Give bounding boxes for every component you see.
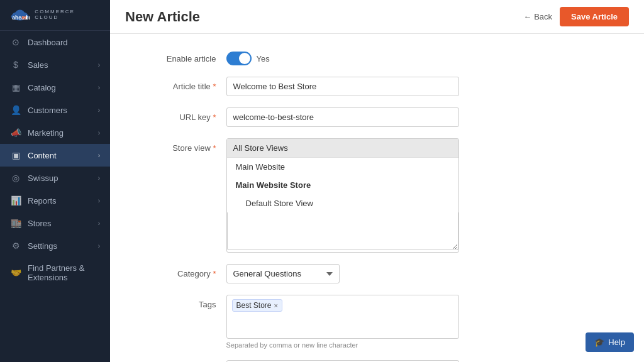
help-label: Help [608,337,625,347]
sidebar-arrow-stores: › [98,220,100,227]
sidebar-icon-catalog: ▦ [10,82,21,92]
form-area: Enable article Yes Article title URL key [110,34,644,362]
form-inner: Enable article Yes Article title URL key [119,34,635,362]
tags-control: Best Store × Separated by comma or new l… [226,295,610,349]
help-icon: 🎓 [594,337,604,347]
sidebar-arrow-catalog: › [98,84,100,91]
sidebar-icon-sales: $ [10,60,21,70]
sidebar-icon-content: ▣ [10,150,21,160]
sidebar-item-stores[interactable]: 🏬Stores› [0,212,110,234]
tag-best-store: Best Store × [232,299,282,312]
sidebar-item-marketing[interactable]: 📣Marketing› [0,121,110,144]
sidebar-item-content[interactable]: ▣Content› [0,144,110,167]
sidebar-label-marketing: Marketing [28,128,98,138]
main-content: New Article ← Back Save Article Enable a… [110,0,644,362]
topbar-actions: ← Back Save Article [523,7,629,26]
tags-row: Tags Best Store × Separated by comma or … [145,295,610,349]
tags-hint: Separated by comma or new line character [226,341,610,349]
enable-article-label: Enable article [145,49,226,63]
sidebar-icon-settings: ⚙ [10,241,21,251]
help-button[interactable]: 🎓 Help [586,332,634,352]
tags-label: Tags [145,295,226,309]
enable-article-row: Enable article Yes [145,49,610,65]
store-view-row: Store view All Store Views Main Website … [145,138,610,253]
store-view-option-main-website-store[interactable]: Main Website Store [227,176,458,194]
sidebar-label-stores: Stores [28,219,98,228]
tag-close-icon[interactable]: × [274,302,278,309]
store-view-textarea[interactable] [227,212,458,250]
sidebar-icon-dashboard: ⊙ [10,37,21,47]
sidebar-arrow-reports: › [98,197,100,204]
sidebar-item-partners[interactable]: 🤝Find Partners & Extensions [0,257,110,288]
article-title-label: Article title [145,77,226,91]
sidebar-icon-partners: 🤝 [10,268,21,278]
sidebar-item-settings[interactable]: ⚙Settings› [0,234,110,257]
store-view-option-default[interactable]: Default Store View [227,194,458,212]
store-view-options: Main Website Main Website Store Default … [227,157,458,212]
logo-text: COMMERCE CLOUD [35,9,100,21]
logo-subtitle: COMMERCE CLOUD [35,9,100,21]
url-key-label: URL key [145,107,226,122]
topbar: New Article ← Back Save Article [110,0,644,34]
article-title-row: Article title [145,77,610,96]
logo: ahead w orks COMMERCE CLOUD [0,0,110,31]
sidebar-arrow-marketing: › [98,129,100,136]
store-view-option-main-website[interactable]: Main Website [227,158,458,176]
sidebar-arrow-content: › [98,152,100,159]
sidebar: ahead w orks COMMERCE CLOUD ⊙Dashboard$S… [0,0,110,362]
sidebar-item-sales[interactable]: $Sales› [0,53,110,76]
enable-article-toggle[interactable] [226,52,252,65]
category-control: General Questions Other [226,264,610,283]
url-key-row: URL key [145,107,610,127]
article-title-control [226,77,610,96]
sidebar-label-reports: Reports [28,196,98,206]
sidebar-label-partners: Find Partners & Extensions [28,263,100,282]
sidebar-icon-reports: 📊 [10,195,21,206]
store-view-dropdown[interactable]: All Store Views Main Website Main Websit… [226,138,459,253]
store-view-selected[interactable]: All Store Views [227,139,458,157]
sidebar-arrow-settings: › [98,243,100,250]
sidebar-label-settings: Settings [28,241,98,251]
sidebar-label-swissup: Swissup [28,173,98,183]
sidebar-icon-customers: 👤 [10,105,21,115]
sidebar-icon-swissup: ◎ [10,173,21,183]
enable-article-control: Yes [226,49,610,65]
sidebar-item-swissup[interactable]: ◎Swissup› [0,167,110,189]
sidebar-item-reports[interactable]: 📊Reports› [0,189,110,212]
toggle-knob [239,53,250,64]
sidebar-label-sales: Sales [28,60,98,70]
category-label: Category [145,264,226,278]
sidebar-label-catalog: Catalog [28,83,98,92]
sidebar-icon-marketing: 📣 [10,128,21,138]
page-title: New Article [125,9,200,25]
toggle-status-label: Yes [257,54,270,63]
back-arrow-icon: ← [523,12,531,21]
store-view-label: Store view [145,138,226,153]
tags-container[interactable]: Best Store × [226,295,459,339]
store-view-control: All Store Views Main Website Main Websit… [226,138,610,253]
sidebar-arrow-customers: › [98,107,100,114]
sidebar-icon-stores: 🏬 [10,218,21,228]
article-title-input[interactable] [226,77,459,96]
sidebar-item-customers[interactable]: 👤Customers› [0,99,110,121]
save-article-button[interactable]: Save Article [560,7,629,26]
sidebar-label-dashboard: Dashboard [28,38,100,47]
category-select[interactable]: General Questions Other [226,264,340,283]
sidebar-item-dashboard[interactable]: ⊙Dashboard [0,31,110,53]
sidebar-label-content: Content [28,151,98,160]
url-key-input[interactable] [226,107,459,127]
category-row: Category General Questions Other [145,264,610,283]
sidebar-item-catalog[interactable]: ▦Catalog› [0,76,110,99]
sidebar-arrow-swissup: › [98,175,100,182]
sidebar-label-customers: Customers [28,106,98,115]
back-button[interactable]: ← Back [523,12,552,21]
sidebar-arrow-sales: › [98,62,100,69]
tag-label: Best Store [236,301,272,310]
url-key-control [226,107,610,127]
svg-text:orks: orks [25,14,30,21]
